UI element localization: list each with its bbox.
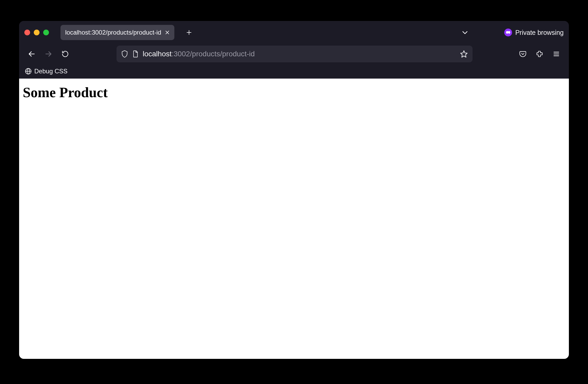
private-browsing-indicator: Private browsing — [504, 29, 564, 36]
arrow-right-icon — [45, 50, 52, 58]
bookmark-button[interactable] — [460, 50, 468, 58]
extensions-icon — [536, 50, 543, 58]
plus-icon — [186, 29, 192, 36]
address-bar[interactable]: localhost:3002/products/product-id — [117, 46, 473, 62]
minimize-window-button[interactable] — [34, 30, 40, 35]
tab-title: localhost:3002/products/product-id — [65, 29, 161, 36]
nav-bar-right — [515, 47, 564, 61]
url-host: localhost — [143, 50, 172, 58]
nav-bar: localhost:3002/products/product-id — [19, 44, 569, 64]
maximize-window-button[interactable] — [43, 30, 49, 35]
browser-tab[interactable]: localhost:3002/products/product-id — [60, 25, 174, 40]
chevron-down-icon — [461, 29, 469, 36]
extensions-button[interactable] — [532, 47, 547, 61]
page-content: Some Product — [19, 79, 569, 359]
tab-bar-right: Private browsing — [461, 29, 564, 36]
close-tab-button[interactable] — [165, 30, 170, 35]
list-all-tabs-button[interactable] — [461, 29, 469, 36]
page-heading: Some Product — [23, 84, 565, 101]
shield-icon[interactable] — [121, 50, 128, 58]
window-controls — [24, 30, 49, 35]
new-tab-button[interactable] — [183, 26, 195, 39]
close-window-button[interactable] — [24, 30, 30, 35]
tab-bar: localhost:3002/products/product-id Priva… — [19, 21, 569, 44]
browser-window: localhost:3002/products/product-id Priva… — [19, 21, 569, 359]
pocket-icon — [519, 50, 526, 58]
bookmark-label: Debug CSS — [34, 68, 68, 75]
svg-marker-2 — [461, 51, 467, 57]
app-menu-button[interactable] — [549, 47, 564, 61]
private-browsing-label: Private browsing — [515, 29, 564, 36]
save-to-pocket-button[interactable] — [515, 47, 530, 61]
globe-icon — [25, 68, 32, 75]
bookmark-item-debug-css[interactable]: Debug CSS — [25, 68, 68, 75]
forward-button[interactable] — [41, 47, 56, 61]
arrow-left-icon — [28, 50, 36, 58]
star-icon — [460, 50, 468, 58]
url-path: :3002/products/product-id — [172, 50, 255, 58]
back-button[interactable] — [24, 47, 39, 61]
reload-button[interactable] — [58, 47, 73, 61]
page-info-icon[interactable] — [132, 50, 138, 58]
bookmarks-bar: Debug CSS — [19, 64, 569, 79]
url-text: localhost:3002/products/product-id — [143, 50, 456, 58]
hamburger-icon — [553, 50, 560, 58]
private-mask-icon — [504, 29, 512, 36]
reload-icon — [62, 50, 69, 58]
close-icon — [165, 30, 170, 35]
